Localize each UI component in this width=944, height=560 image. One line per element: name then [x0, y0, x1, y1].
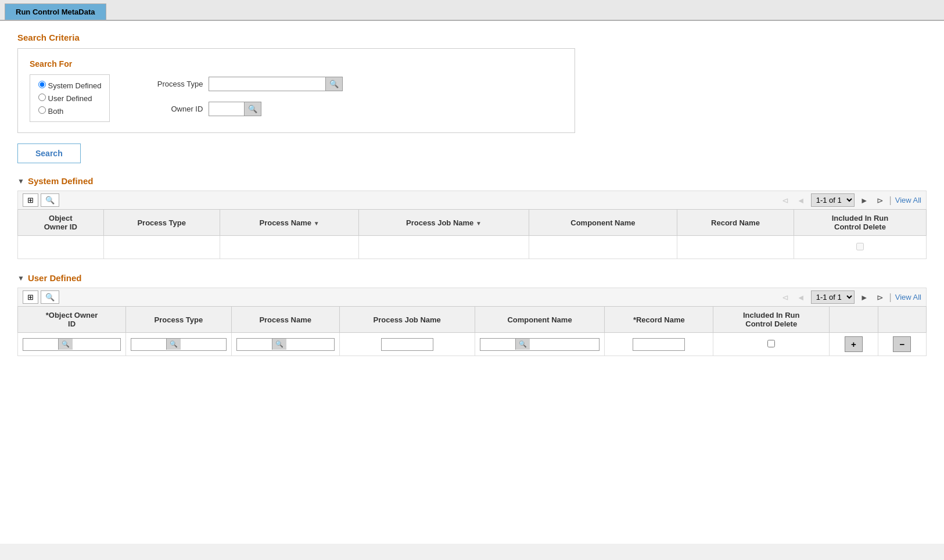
- user-cell-delete: −: [878, 333, 926, 356]
- owner-id-input-wrapper: 🔍: [209, 102, 261, 116]
- process-type-row: Process Type 🔍: [145, 77, 343, 91]
- user-defined-search-btn[interactable]: 🔍: [41, 290, 59, 304]
- user-defined-table: *Object OwnerID Process Type Process Nam…: [17, 306, 927, 356]
- cell-object-owner-id: [18, 236, 104, 259]
- tab-run-control-metadata[interactable]: Run Control MetaData: [5, 3, 106, 20]
- user-col-record-name: *Record Name: [605, 307, 713, 333]
- owner-id-label: Owner ID: [145, 105, 203, 113]
- radio-both[interactable]: Both: [38, 106, 101, 116]
- system-defined-collapse-arrow: ▼: [17, 177, 24, 185]
- user-col-object-owner-id: *Object OwnerID: [18, 307, 126, 333]
- user-input-process-type: 🔍: [131, 338, 227, 351]
- user-col-process-job-name: Process Job Name: [339, 307, 475, 333]
- user-cell-included-delete[interactable]: [713, 333, 830, 356]
- user-defined-view-all[interactable]: View All: [895, 293, 921, 301]
- user-cell-object-owner-id: 🔍: [18, 333, 126, 356]
- user-component-name-search-icon[interactable]: 🔍: [515, 339, 530, 350]
- user-input-object-owner-id: 🔍: [23, 338, 121, 351]
- process-type-input[interactable]: [209, 77, 325, 91]
- search-button[interactable]: Search: [17, 143, 81, 163]
- search-for-title: Search For: [30, 59, 563, 69]
- user-object-owner-id-search-icon[interactable]: 🔍: [58, 339, 73, 350]
- user-defined-collapse-arrow: ▼: [17, 274, 24, 282]
- user-cell-record-name: [605, 333, 713, 356]
- user-process-job-name-input[interactable]: [381, 338, 433, 351]
- search-criteria-box: Search For System Defined User Defined B…: [17, 48, 575, 133]
- system-defined-header[interactable]: ▼ System Defined: [17, 176, 927, 186]
- user-cell-add: +: [830, 333, 878, 356]
- add-row-button[interactable]: +: [845, 336, 863, 352]
- system-defined-next-page-btn[interactable]: ►: [858, 195, 871, 206]
- user-defined-header[interactable]: ▼ User Defined: [17, 273, 927, 283]
- user-cell-component-name: 🔍: [475, 333, 605, 356]
- owner-id-input[interactable]: [209, 102, 244, 116]
- user-cell-process-name: 🔍: [231, 333, 339, 356]
- cell-component-name: [529, 236, 677, 259]
- system-defined-title: System Defined: [28, 176, 94, 186]
- table-row: [18, 236, 927, 259]
- system-defined-first-page-btn[interactable]: ⊲: [780, 195, 791, 206]
- user-process-name-input[interactable]: [237, 339, 272, 350]
- col-record-name: Record Name: [677, 210, 794, 236]
- user-defined-prev-page-btn[interactable]: ◄: [795, 292, 807, 303]
- process-type-label: Process Type: [145, 80, 203, 88]
- user-defined-section: ▼ User Defined ⊞ 🔍 ⊲ ◄ 1-1 of 1 ► ⊳ | Vi…: [17, 273, 927, 356]
- owner-id-row: Owner ID 🔍: [145, 102, 343, 116]
- user-object-owner-id-input[interactable]: [23, 339, 58, 350]
- search-for-radio-group: System Defined User Defined Both: [30, 74, 110, 122]
- radio-user-defined[interactable]: User Defined: [38, 94, 101, 103]
- user-col-actions1: [830, 307, 878, 333]
- radio-system-defined[interactable]: System Defined: [38, 81, 101, 90]
- user-process-type-search-icon[interactable]: 🔍: [166, 339, 181, 350]
- user-defined-next-page-btn[interactable]: ►: [858, 292, 871, 303]
- user-col-process-type: Process Type: [126, 307, 232, 333]
- user-process-name-search-icon[interactable]: 🔍: [272, 339, 286, 350]
- user-cell-process-type: 🔍: [126, 333, 232, 356]
- user-table-row: 🔍 🔍 🔍: [18, 333, 927, 356]
- user-component-name-input[interactable]: [480, 339, 515, 350]
- system-defined-search-btn[interactable]: 🔍: [41, 193, 59, 207]
- cell-included-delete[interactable]: [794, 236, 926, 259]
- system-defined-page-select[interactable]: 1-1 of 1: [811, 193, 855, 207]
- system-defined-last-page-btn[interactable]: ⊳: [874, 195, 886, 206]
- user-defined-toolbar: ⊞ 🔍 ⊲ ◄ 1-1 of 1 ► ⊳ | View All: [17, 288, 927, 306]
- system-defined-table: ObjectOwner ID Process Type Process Name…: [17, 209, 927, 259]
- system-defined-prev-page-btn[interactable]: ◄: [795, 195, 807, 206]
- cell-process-name: [220, 236, 358, 259]
- user-col-included-delete: Included In RunControl Delete: [713, 307, 830, 333]
- owner-id-search-icon[interactable]: 🔍: [244, 102, 261, 116]
- user-defined-page-select[interactable]: 1-1 of 1: [811, 290, 855, 304]
- user-cell-process-job-name: [339, 333, 475, 356]
- user-defined-title: User Defined: [28, 273, 82, 283]
- user-defined-first-page-btn[interactable]: ⊲: [780, 292, 791, 303]
- search-fields: Process Type 🔍 Owner ID 🔍: [145, 74, 343, 116]
- col-process-type: Process Type: [103, 210, 220, 236]
- user-defined-pipe: |: [889, 292, 892, 303]
- system-defined-grid-btn[interactable]: ⊞: [23, 193, 38, 207]
- user-col-actions2: [878, 307, 926, 333]
- system-defined-section: ▼ System Defined ⊞ 🔍 ⊲ ◄ 1-1 of 1 ► ⊳ | …: [17, 176, 927, 259]
- col-process-job-name: Process Job Name ▼: [359, 210, 529, 236]
- cell-process-type: [103, 236, 220, 259]
- system-defined-toolbar: ⊞ 🔍 ⊲ ◄ 1-1 of 1 ► ⊳ | View All: [17, 191, 927, 209]
- col-object-owner-id: ObjectOwner ID: [18, 210, 104, 236]
- user-input-component-name: 🔍: [480, 338, 600, 351]
- col-component-name: Component Name: [529, 210, 677, 236]
- system-defined-view-all[interactable]: View All: [895, 196, 921, 204]
- col-included-run-control-delete: Included In RunControl Delete: [794, 210, 926, 236]
- system-defined-pipe: |: [889, 195, 892, 206]
- process-type-input-wrapper: 🔍: [209, 77, 343, 91]
- user-defined-grid-btn[interactable]: ⊞: [23, 290, 38, 304]
- included-delete-checkbox[interactable]: [856, 243, 864, 250]
- col-process-name: Process Name ▼: [220, 210, 358, 236]
- user-process-type-input[interactable]: [131, 339, 166, 350]
- search-criteria-title: Search Criteria: [17, 33, 927, 42]
- user-record-name-input[interactable]: [633, 338, 685, 351]
- process-type-search-icon[interactable]: 🔍: [325, 77, 342, 91]
- cell-record-name: [677, 236, 794, 259]
- user-defined-last-page-btn[interactable]: ⊳: [874, 292, 886, 303]
- user-included-delete-checkbox[interactable]: [767, 340, 775, 347]
- cell-process-job-name: [359, 236, 529, 259]
- user-col-component-name: Component Name: [475, 307, 605, 333]
- delete-row-button[interactable]: −: [893, 336, 911, 352]
